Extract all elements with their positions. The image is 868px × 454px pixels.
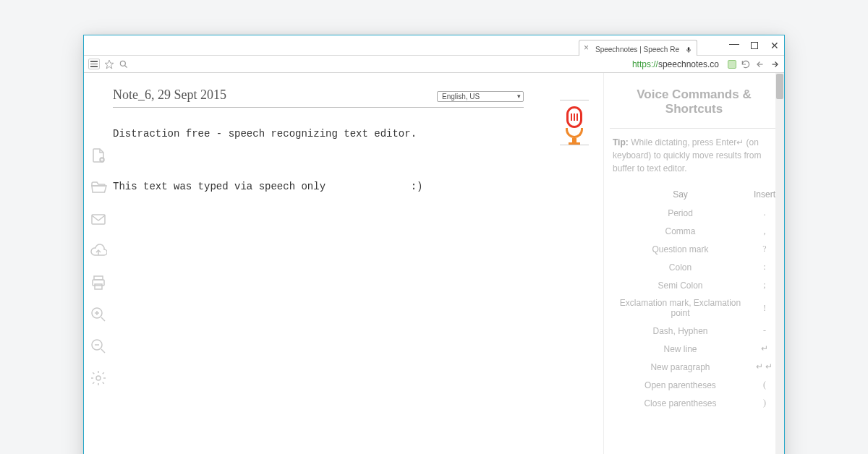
window-close-icon[interactable]: ✕ (770, 40, 780, 51)
command-insert: ( (751, 376, 778, 394)
editor-text[interactable]: Distraction free - speech recognizing te… (113, 121, 524, 200)
command-row: Colon: (610, 258, 778, 276)
svg-rect-0 (688, 47, 690, 51)
cloud-upload-icon[interactable] (90, 242, 107, 260)
command-row: Comma, (610, 222, 778, 240)
svg-rect-14 (95, 284, 102, 289)
command-insert: ) (751, 394, 778, 412)
command-insert: : (751, 258, 778, 276)
svg-line-20 (101, 349, 105, 353)
command-say: Close parentheses (610, 394, 751, 412)
sidebar-title: Voice Commands & Shortcuts (610, 87, 778, 116)
command-insert: , (751, 222, 778, 240)
command-insert: ! (751, 294, 778, 322)
divider-left (560, 100, 589, 100)
command-say: New line (610, 340, 751, 358)
command-insert: ? (751, 240, 778, 258)
editor-area: Note_6, 29 Sept 2015 English, US Distrac… (113, 73, 545, 454)
svg-point-22 (96, 376, 101, 380)
mic-column (545, 73, 603, 454)
command-say: New paragraph (610, 358, 751, 376)
command-say: Period (610, 204, 751, 222)
note-title[interactable]: Note_6, 29 Sept 2015 (113, 87, 226, 106)
commands-table: Say Insert Period.Comma,Question mark?Co… (610, 185, 778, 412)
reload-icon[interactable] (741, 59, 751, 69)
command-say: Semi Colon (610, 276, 751, 294)
menu-icon[interactable] (88, 59, 100, 69)
divider-right (560, 145, 589, 145)
open-folder-icon[interactable] (90, 179, 107, 196)
tip-text: While dictating, press Enter↵ (on keyboa… (613, 137, 761, 174)
favorite-icon[interactable] (104, 59, 114, 69)
col-insert: Insert (751, 185, 778, 204)
left-toolbar (84, 73, 113, 454)
command-say: Colon (610, 258, 751, 276)
commands-sidebar: Voice Commands & Shortcuts Tip: While di… (603, 73, 784, 454)
command-row: Period. (610, 204, 778, 222)
new-note-icon[interactable] (90, 147, 107, 164)
command-insert: - (751, 322, 778, 340)
url-protocol: https:// (632, 59, 658, 69)
command-row: Close parentheses) (610, 394, 778, 412)
command-row: New line↵ (610, 340, 778, 358)
command-row: Exclamation mark, Exclamation point! (610, 294, 778, 322)
command-say: Question mark (610, 240, 751, 258)
url-host: speechnotes.co (658, 59, 719, 69)
tab-close-icon[interactable]: × (584, 43, 592, 52)
command-row: New paragraph↵ ↵ (610, 358, 778, 376)
col-say: Say (610, 185, 751, 204)
browser-tab[interactable]: × Speechnotes | Speech Re (579, 40, 697, 56)
scrollbar-thumb[interactable] (776, 74, 783, 99)
back-icon[interactable] (755, 59, 765, 69)
svg-line-16 (101, 317, 105, 321)
command-insert: ↵ (751, 340, 778, 358)
tip-box: Tip: While dictating, press Enter↵ (on k… (610, 128, 778, 185)
app-content: Note_6, 29 Sept 2015 English, US Distrac… (84, 73, 784, 454)
window-minimize-icon[interactable]: — (729, 38, 739, 49)
command-say: Exclamation mark, Exclamation point (610, 294, 751, 322)
email-icon[interactable] (90, 210, 107, 228)
browser-window: × Speechnotes | Speech Re — ✕ https://sp… (83, 35, 785, 454)
search-icon[interactable] (119, 59, 129, 69)
command-row: Question mark? (610, 240, 778, 258)
tip-label: Tip: (613, 137, 629, 147)
window-titlebar: × Speechnotes | Speech Re — ✕ (84, 35, 784, 56)
command-row: Dash, Hyphen- (610, 322, 778, 340)
zoom-in-icon[interactable] (90, 306, 107, 323)
command-insert: . (751, 204, 778, 222)
svg-rect-10 (92, 215, 105, 224)
forward-icon[interactable] (770, 59, 780, 69)
tab-mic-icon (685, 46, 692, 53)
url-field[interactable]: https://speechnotes.co (133, 59, 723, 69)
command-insert: ↵ ↵ (751, 358, 778, 376)
language-select[interactable]: English, US (437, 91, 524, 102)
print-icon[interactable] (90, 274, 107, 291)
window-maximize-icon[interactable] (749, 40, 760, 51)
command-say: Dash, Hyphen (610, 322, 751, 340)
svg-line-4 (125, 65, 127, 67)
command-insert: ; (751, 276, 778, 294)
vertical-scrollbar[interactable] (775, 73, 784, 454)
lock-icon (728, 60, 736, 69)
command-say: Open parentheses (610, 376, 751, 394)
tab-title: Speechnotes | Speech Re (595, 46, 679, 53)
zoom-out-icon[interactable] (90, 338, 107, 355)
command-say: Comma (610, 222, 751, 240)
mic-button[interactable] (561, 106, 587, 138)
svg-point-3 (120, 61, 125, 66)
browser-urlbar: https://speechnotes.co (84, 56, 784, 73)
settings-gear-icon[interactable] (90, 369, 107, 387)
command-row: Semi Colon; (610, 276, 778, 294)
command-row: Open parentheses( (610, 376, 778, 394)
svg-marker-2 (105, 60, 114, 69)
